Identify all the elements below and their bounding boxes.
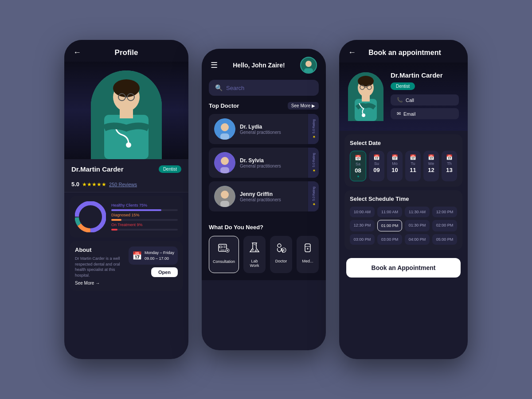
- rating-side-3: ★ 5.0 Rating: [308, 181, 319, 211]
- needs-section: What Do You Need? Consultation: [202, 219, 326, 280]
- about-text: Dr Martin Carder is a well respected den…: [75, 256, 124, 278]
- date-th[interactable]: 📅 Th 13: [442, 151, 457, 181]
- appt-specialty-badge: Dentist: [391, 82, 415, 90]
- select-date-label: Select Date: [350, 140, 457, 146]
- doctor-label: Doctor: [275, 259, 287, 263]
- back-button[interactable]: ←: [73, 48, 81, 57]
- time-picker: 10:00 AM 11:00 AM 11:30 AM 12:00 PM 12:3…: [350, 207, 457, 245]
- date-num-4: 12: [428, 167, 434, 173]
- svg-rect-15: [304, 68, 313, 73]
- rating-side-1: ★ 5.0 Rating: [308, 114, 319, 144]
- needs-title: What Do You Need?: [209, 224, 319, 231]
- about-card: About Dr Martin Carder is a well respect…: [70, 241, 183, 291]
- doctor-name-1: Dr. Lydia: [240, 124, 313, 130]
- time-9[interactable]: 03:00 PM: [377, 234, 402, 245]
- labwork-icon: [248, 241, 261, 256]
- legend-healthy: Healthy Clients 75%: [111, 203, 178, 207]
- need-labwork[interactable]: Lab Work: [243, 236, 266, 273]
- doctor-card-1[interactable]: Dr. Lydia General practitioners ★ 5.0 Ra…: [209, 114, 319, 144]
- svg-rect-4: [120, 110, 133, 118]
- doctor-spec-2: General practitioners: [240, 164, 313, 168]
- email-button[interactable]: ✉ Email: [391, 108, 459, 119]
- med-icon: [301, 241, 314, 256]
- time-5[interactable]: 01:00 PM: [377, 220, 402, 231]
- cal-icon-3: 📅: [410, 154, 416, 160]
- labwork-label: Lab Work: [247, 259, 262, 268]
- svg-rect-53: [355, 99, 377, 121]
- call-button[interactable]: 📞 Call: [391, 94, 459, 106]
- time-10[interactable]: 04:00 PM: [405, 234, 430, 245]
- profile-header: ← Profile: [64, 40, 188, 62]
- time-0[interactable]: 10:00 AM: [350, 207, 375, 217]
- cal-icon-1: 📅: [373, 154, 380, 160]
- doctor-image: [91, 70, 162, 159]
- svg-point-49: [358, 76, 374, 86]
- doctor-avatar-2: [214, 152, 235, 173]
- doctor-spec-3: General practitioners: [240, 197, 313, 202]
- time-11[interactable]: 05:00 PM: [432, 234, 457, 245]
- doctor-name: Dr.Martin Carder: [71, 165, 124, 173]
- search-icon: 🔍: [215, 84, 223, 91]
- time-6[interactable]: 01:30 PM: [405, 220, 430, 231]
- need-doctor[interactable]: Doctor: [270, 236, 292, 273]
- svg-rect-32: [220, 250, 225, 250]
- date-picker: 📅 Sa 08 📅 Su 09 📅 Mo 10 📅 Tu 11 📅: [350, 151, 457, 181]
- see-more-link[interactable]: See More →: [75, 281, 124, 286]
- rating-side-2: ★ 5.0 Rating: [308, 148, 319, 178]
- needs-grid: Consultation Lab Work: [209, 236, 319, 273]
- search-section: 🔍 Search: [202, 80, 326, 102]
- time-2[interactable]: 11:30 AM: [405, 207, 430, 217]
- doctor-card-2[interactable]: Dr. Sylvia General practitioners ★ 5.0 R…: [209, 148, 319, 178]
- search-input[interactable]: Search: [226, 85, 244, 91]
- cal-icon-4: 📅: [428, 154, 434, 160]
- back-button-appt[interactable]: ←: [348, 48, 356, 57]
- cal-icon-2: 📅: [391, 154, 398, 160]
- svg-point-25: [221, 191, 229, 199]
- need-med[interactable]: Med...: [297, 236, 319, 273]
- search-box[interactable]: 🔍 Search: [209, 80, 319, 96]
- svg-point-21: [221, 157, 229, 165]
- time-4[interactable]: 12:30 PM: [350, 220, 375, 231]
- day-label-1: Su: [374, 161, 379, 166]
- svg-rect-23: [220, 167, 229, 173]
- med-label: Med...: [302, 259, 313, 263]
- phone-profile: ← Profile: [64, 40, 188, 359]
- date-we[interactable]: 📅 We 12: [423, 151, 439, 181]
- day-label-4: We: [428, 161, 434, 166]
- date-num-2: 10: [391, 167, 398, 173]
- time-1[interactable]: 11:00 AM: [377, 207, 402, 217]
- doctor-name-2: Dr. Sylvia: [240, 157, 313, 164]
- date-su[interactable]: 📅 Su 09: [369, 151, 384, 181]
- home-header: ☰ Hello, John Zaire!: [202, 49, 326, 80]
- rating-number: 5.0: [71, 181, 79, 188]
- doctor-hero: [64, 62, 188, 159]
- consultation-label: Consultation: [213, 259, 235, 264]
- cal-icon-0: 📅: [355, 155, 361, 161]
- see-more-button[interactable]: See More ▶: [288, 102, 319, 110]
- svg-point-2: [113, 79, 140, 97]
- open-button[interactable]: Open: [151, 267, 178, 277]
- reviews-count[interactable]: 250 Reviews: [109, 182, 137, 187]
- doctor-card-3[interactable]: Jenny Griffin General practitioners ★ 5.…: [209, 181, 319, 211]
- page-title: Profile: [115, 48, 138, 57]
- doctor-avatar-3: [214, 186, 235, 207]
- book-appointment-button[interactable]: Book an Appointment: [346, 258, 461, 278]
- time-8[interactable]: 03:00 PM: [350, 234, 375, 245]
- svg-rect-29: [219, 246, 222, 248]
- date-sa[interactable]: 📅 Sa 08: [350, 151, 366, 181]
- time-7[interactable]: 02:00 PM: [432, 220, 457, 231]
- date-mo[interactable]: 📅 Mo 10: [387, 151, 403, 181]
- legend-diagnosed: Diagnosed 15%: [111, 213, 178, 217]
- date-tu[interactable]: 📅 Tu 11: [405, 151, 421, 181]
- phone-appointment: ← Book an appointment Dr.Martin Carder D…: [339, 40, 468, 359]
- date-num-0: 08: [355, 167, 361, 174]
- schedule-hours: 09.00 – 17.00: [145, 256, 174, 262]
- specialty-badge: Dentist: [159, 165, 181, 173]
- time-3[interactable]: 12:00 PM: [432, 207, 457, 217]
- need-consultation[interactable]: Consultation: [209, 236, 239, 273]
- menu-icon[interactable]: ☰: [211, 60, 218, 70]
- user-avatar[interactable]: [300, 57, 317, 74]
- svg-rect-27: [220, 201, 229, 207]
- svg-point-38: [255, 250, 257, 251]
- schedule-info: 📅 Monday – Friday 09.00 – 17.00: [129, 246, 178, 265]
